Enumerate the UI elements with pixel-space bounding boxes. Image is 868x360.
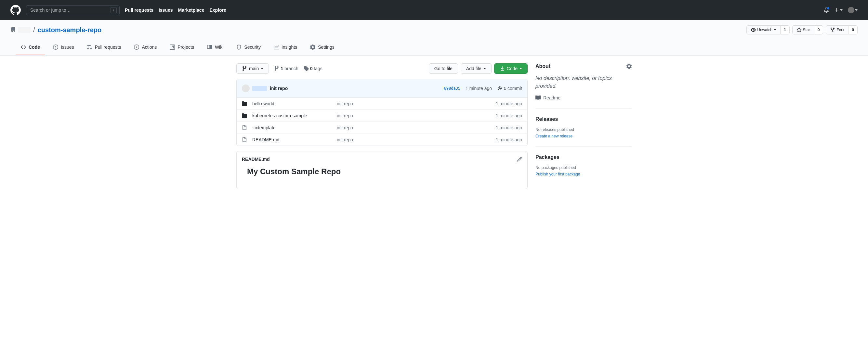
repo-sidebar: About No description, website, or topics… xyxy=(535,63,632,192)
commit-message-link[interactable]: init repo xyxy=(270,86,288,91)
tab-security[interactable]: Security xyxy=(231,40,266,55)
packages-heading: Packages xyxy=(535,154,559,160)
repo-name-link[interactable]: custom-sample-repo xyxy=(38,26,102,34)
pencil-icon xyxy=(517,157,522,162)
file-commit-link[interactable]: init repo xyxy=(337,113,353,118)
file-name-link[interactable]: kubernetes-custom-sample xyxy=(252,113,307,118)
readme-heading: My Custom Sample Repo xyxy=(247,167,517,178)
code-download-button[interactable]: Code xyxy=(494,63,528,74)
caret-down-icon xyxy=(484,68,486,69)
nav-pull-requests[interactable]: Pull requests xyxy=(125,7,153,13)
tab-label: Settings xyxy=(318,42,335,52)
commit-sha-link[interactable]: 698da35 xyxy=(444,86,461,91)
file-row: hello-worldinit repo1 minute ago xyxy=(237,98,527,110)
search-input[interactable] xyxy=(30,7,111,13)
tab-label: Security xyxy=(244,42,261,52)
caret-down-icon xyxy=(855,9,858,11)
packages-none: No packages published xyxy=(535,165,632,170)
caret-down-icon xyxy=(261,68,263,69)
tab-label: Code xyxy=(29,42,40,52)
directory-icon xyxy=(242,113,247,118)
edit-readme-button[interactable] xyxy=(517,157,522,162)
commits-label: commit xyxy=(507,86,522,91)
owner-redacted[interactable] xyxy=(18,27,31,33)
github-logo[interactable] xyxy=(10,5,21,15)
nav-marketplace[interactable]: Marketplace xyxy=(178,7,205,13)
caret-down-icon xyxy=(520,68,522,69)
slash-key-hint: / xyxy=(111,7,117,13)
commits-link[interactable]: 1 commit xyxy=(497,86,522,91)
file-commit-link[interactable]: init repo xyxy=(337,101,353,106)
notifications-button[interactable] xyxy=(824,7,829,13)
tags-link[interactable]: 0 tags xyxy=(304,66,322,71)
forks-count[interactable]: 0 xyxy=(848,25,858,34)
tab-settings[interactable]: Settings xyxy=(305,40,340,55)
file-time: 1 minute ago xyxy=(496,100,522,107)
tab-pull-requests[interactable]: Pull requests xyxy=(82,40,126,55)
unwatch-button[interactable]: Unwatch xyxy=(746,25,780,34)
file-name-link[interactable]: README.md xyxy=(252,137,279,142)
book-icon xyxy=(535,95,540,100)
commit-time: 1 minute ago xyxy=(466,86,492,91)
file-name-link[interactable]: hello-world xyxy=(252,101,274,106)
branch-select-button[interactable]: main xyxy=(236,63,269,74)
releases-none: No releases published xyxy=(535,127,632,132)
file-name-link[interactable]: .cctemplate xyxy=(252,125,276,130)
branches-link[interactable]: 1 branch xyxy=(274,66,298,71)
tab-label: Insights xyxy=(282,42,297,52)
tags-count: 0 xyxy=(310,66,313,71)
repo-head: / custom-sample-repo Unwatch 1 Star xyxy=(0,20,868,56)
file-list: hello-worldinit repo1 minute agokubernet… xyxy=(237,98,527,145)
tab-issues[interactable]: Issues xyxy=(48,40,79,55)
edit-about-button[interactable] xyxy=(626,64,632,69)
file-time: 1 minute ago xyxy=(496,112,522,119)
nav-explore[interactable]: Explore xyxy=(209,7,226,13)
tab-wiki[interactable]: Wiki xyxy=(202,40,228,55)
repo-actions: Unwatch 1 Star 0 Fork xyxy=(746,25,858,34)
caret-down-icon xyxy=(840,9,843,11)
caret-down-icon xyxy=(774,29,776,31)
readme-box: README.md My Custom Sample Repo xyxy=(236,151,528,189)
publish-package-link[interactable]: Publish your first package xyxy=(535,172,580,176)
star-button[interactable]: Star xyxy=(792,25,814,34)
add-file-button[interactable]: Add file xyxy=(461,63,492,74)
tab-projects[interactable]: Projects xyxy=(164,40,199,55)
path-divider: / xyxy=(33,26,35,34)
search-input-wrap[interactable]: / xyxy=(26,5,120,15)
create-release-link[interactable]: Create a new release xyxy=(535,134,572,138)
tab-insights[interactable]: Insights xyxy=(269,40,302,55)
global-header: / Pull requests Issues Marketplace Explo… xyxy=(0,0,868,20)
tab-label: Pull requests xyxy=(95,42,121,52)
file-navigation: main 1 branch 0 tags Go to file Add fi xyxy=(236,63,528,74)
file-time: 1 minute ago xyxy=(496,136,522,143)
stars-count[interactable]: 0 xyxy=(814,25,824,34)
branches-label: branch xyxy=(284,66,299,71)
create-new-dropdown[interactable] xyxy=(834,7,843,13)
repo-nav: Code Issues Pull requests Actions Projec… xyxy=(10,40,858,55)
file-commit-link[interactable]: init repo xyxy=(337,137,353,142)
releases-heading: Releases xyxy=(535,116,558,122)
star-label: Star xyxy=(803,27,810,33)
nav-issues[interactable]: Issues xyxy=(159,7,173,13)
tab-label: Actions xyxy=(142,42,157,52)
commit-author-avatar[interactable] xyxy=(242,85,250,92)
branches-count: 1 xyxy=(281,66,283,71)
commits-count: 1 xyxy=(503,86,506,91)
file-commit-link[interactable]: init repo xyxy=(337,125,353,130)
add-file-label: Add file xyxy=(466,65,482,72)
readme-link[interactable]: Readme xyxy=(535,95,632,100)
user-menu-dropdown[interactable] xyxy=(848,7,858,13)
avatar xyxy=(848,7,854,13)
watchers-count[interactable]: 1 xyxy=(780,25,789,34)
tab-label: Projects xyxy=(178,42,194,52)
header-nav: Pull requests Issues Marketplace Explore xyxy=(125,7,226,13)
branch-name: main xyxy=(249,65,259,72)
tab-code[interactable]: Code xyxy=(16,40,45,55)
about-heading: About xyxy=(535,63,550,69)
fork-button[interactable]: Fork xyxy=(826,25,848,34)
go-to-file-button[interactable]: Go to file xyxy=(429,63,458,74)
tab-actions[interactable]: Actions xyxy=(129,40,162,55)
commit-author-redacted[interactable] xyxy=(252,86,267,91)
repo-icon xyxy=(10,27,16,32)
header-right xyxy=(824,7,858,13)
